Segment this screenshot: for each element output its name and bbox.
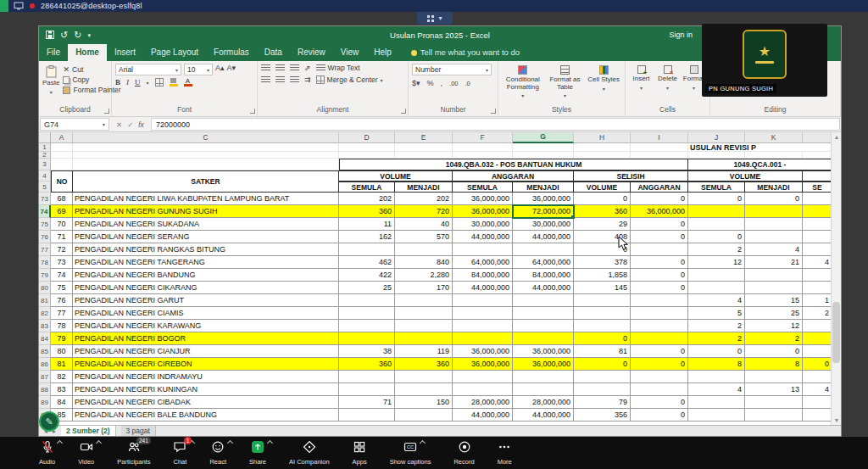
tab-help[interactable]: Help — [366, 44, 399, 61]
cell[interactable] — [803, 152, 832, 159]
name-box[interactable]: G74▾ — [40, 118, 109, 131]
cell-satker[interactable]: PENGADILAN NEGERI SUKADANA — [73, 218, 339, 231]
cell[interactable]: 64,000,000 — [453, 256, 513, 269]
row-header[interactable]: 83 — [39, 320, 51, 332]
insert-cells-button[interactable]: Insert▾ — [629, 64, 654, 105]
cell[interactable] — [688, 282, 745, 294]
cell[interactable] — [395, 409, 453, 422]
cell[interactable] — [745, 205, 803, 218]
undo-icon[interactable]: ↺ — [60, 31, 68, 40]
cell[interactable]: 8 — [688, 358, 745, 371]
align-middle-icon[interactable] — [275, 64, 285, 72]
cell[interactable]: 36,000,000 — [513, 345, 574, 358]
align-bottom-icon[interactable] — [290, 64, 299, 72]
cell[interactable]: 0 — [688, 231, 745, 243]
participant-video[interactable]: ★ PN GUNUNG SUGIH — [702, 24, 827, 97]
cell[interactable] — [339, 383, 395, 396]
increase-decimal-icon[interactable]: .00 — [449, 80, 458, 87]
cell[interactable]: 0 — [574, 332, 631, 345]
cell[interactable]: 44,000,000 — [453, 409, 513, 422]
row-header[interactable]: 76 — [39, 231, 51, 243]
cell[interactable] — [574, 371, 631, 383]
cell[interactable] — [631, 320, 688, 332]
tab-view[interactable]: View — [333, 44, 367, 61]
cell[interactable]: 36,000,000 — [513, 193, 574, 205]
cell-no[interactable]: 82 — [51, 371, 73, 383]
cell[interactable]: 64,000,000 — [513, 256, 574, 269]
bold-button[interactable]: B — [115, 78, 120, 87]
caret-up-icon[interactable] — [227, 440, 233, 446]
cell-no[interactable]: 77 — [51, 307, 73, 320]
cell[interactable] — [745, 282, 803, 294]
column-header[interactable]: A — [51, 132, 73, 143]
cell[interactable]: 44,000,000 — [513, 231, 574, 243]
font-size-select[interactable]: 10▾ — [184, 64, 213, 75]
cell[interactable] — [513, 320, 574, 332]
cell[interactable] — [631, 371, 688, 383]
cell[interactable]: 71 — [339, 396, 395, 409]
cell[interactable] — [395, 320, 453, 332]
sheet-tab-active[interactable]: 2 Sumber (2) — [61, 426, 116, 436]
column-header[interactable] — [803, 132, 832, 143]
cell[interactable] — [453, 143, 513, 152]
record-button[interactable]: Record — [453, 440, 474, 466]
cell[interactable]: 360 — [339, 205, 395, 218]
cell[interactable]: 28,000,000 — [513, 396, 574, 409]
cell-satker[interactable]: PENGADILAN NEGERI KUNINGAN — [73, 383, 339, 396]
cell[interactable] — [513, 152, 574, 159]
cell[interactable]: 360 — [574, 205, 631, 218]
cell[interactable] — [631, 143, 688, 152]
cell[interactable] — [339, 371, 395, 383]
wrap-text-button[interactable]: Wrap Text — [316, 64, 360, 72]
react-button[interactable]: React — [209, 440, 226, 466]
cell[interactable]: 356 — [574, 409, 631, 422]
cancel-icon[interactable]: ✕ — [116, 120, 122, 129]
cell[interactable] — [574, 143, 631, 152]
cell[interactable]: 720 — [395, 205, 453, 218]
cell-satker[interactable]: PENGADILAN NEGERI CIAMIS — [73, 307, 339, 320]
cell[interactable]: 0 — [688, 193, 745, 205]
cell[interactable] — [453, 152, 513, 159]
cell-satker[interactable]: PENGADILAN NEGERI TANGERANG — [73, 256, 339, 269]
cell[interactable] — [513, 332, 574, 345]
cell[interactable]: 44,000,000 — [513, 409, 574, 422]
font-family-select[interactable]: Arial▾ — [115, 64, 181, 75]
cell[interactable]: 4 — [745, 243, 803, 256]
sheet-tab[interactable]: 3 pagat — [121, 426, 156, 436]
cell[interactable]: 8 — [745, 358, 803, 371]
comma-style-icon[interactable]: , — [441, 79, 443, 87]
insert-function-icon[interactable]: fx — [138, 120, 144, 129]
cell-satker[interactable]: PENGADILAN NEGERI LIWA KABUPATEN LAMPUNG… — [73, 193, 339, 205]
tab-page-layout[interactable]: Page Layout — [143, 44, 206, 61]
cell[interactable]: 2 — [688, 320, 745, 332]
cell-no[interactable]: 70 — [51, 218, 73, 231]
audio-button[interactable]: Audio — [39, 440, 55, 466]
cell[interactable] — [631, 383, 688, 396]
cell[interactable] — [745, 152, 803, 159]
cell[interactable]: 13 — [745, 383, 803, 396]
alignment-dialog-launcher[interactable] — [401, 109, 406, 114]
cell[interactable] — [339, 143, 395, 152]
cell[interactable] — [803, 282, 832, 294]
tab-file[interactable]: File — [39, 44, 68, 61]
tab-data[interactable]: Data — [257, 44, 290, 61]
row-header[interactable]: 84 — [39, 332, 51, 345]
cell[interactable]: 84,000,000 — [453, 269, 513, 282]
row-header[interactable]: 81 — [39, 294, 51, 307]
video-button[interactable]: Video — [78, 440, 94, 466]
cell-no[interactable]: 71 — [51, 231, 73, 243]
cell[interactable] — [688, 269, 745, 282]
cell[interactable] — [339, 243, 395, 256]
cell[interactable]: 25 — [339, 282, 395, 294]
cell[interactable] — [745, 371, 803, 383]
cell[interactable] — [631, 307, 688, 320]
cell[interactable]: 2 — [745, 332, 803, 345]
cell-satker[interactable]: PENGADILAN NEGERI BANDUNG — [73, 269, 339, 282]
cell[interactable]: 202 — [395, 193, 453, 205]
column-header[interactable]: H — [574, 132, 631, 143]
tell-me-box[interactable]: Tell me what you want to do — [411, 44, 520, 61]
fill-handle[interactable] — [570, 215, 574, 218]
cell[interactable] — [453, 307, 513, 320]
scrollbar-thumb[interactable] — [832, 302, 840, 363]
caret-up-icon[interactable] — [420, 440, 426, 446]
